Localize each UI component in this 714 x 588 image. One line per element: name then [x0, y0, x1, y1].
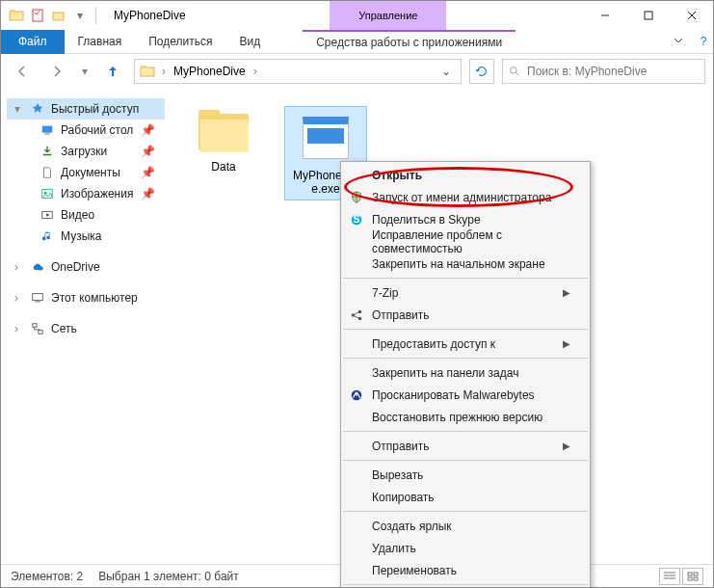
context-menu-item[interactable]: Отправить▶: [341, 435, 590, 457]
minimize-button[interactable]: [583, 1, 626, 30]
up-button[interactable]: [99, 58, 126, 85]
context-menu-label: Запуск от имени администратора: [372, 191, 551, 204]
context-menu-item[interactable]: Закрепить на панели задач: [341, 361, 590, 384]
context-menu-label: Создать ярлык: [372, 520, 452, 533]
breadcrumb[interactable]: MyPhoneDive: [172, 65, 248, 78]
qat-dropdown-icon[interactable]: ▾: [72, 8, 88, 23]
sidebar-item-label: Музыка: [61, 229, 101, 243]
ribbon: Файл Главная Поделиться Вид Средства раб…: [1, 30, 713, 54]
separator: [343, 278, 588, 279]
search-input[interactable]: [527, 65, 699, 78]
qat-newfolder-icon[interactable]: [51, 8, 66, 23]
search-box[interactable]: [502, 59, 705, 84]
view-details-button[interactable]: [659, 568, 680, 585]
context-menu-label: Отправить: [372, 440, 430, 453]
context-menu-item[interactable]: Удалить: [341, 537, 590, 559]
view-icons-button[interactable]: [682, 568, 703, 585]
close-button[interactable]: [670, 1, 713, 30]
chevron-right-icon[interactable]: ›: [251, 65, 259, 78]
svg-point-24: [358, 309, 362, 313]
svg-rect-0: [10, 12, 23, 20]
recent-dropdown[interactable]: ▾: [78, 58, 92, 85]
sidebar-quick-access[interactable]: ▾ Быстрый доступ: [7, 98, 165, 120]
sidebar-onedrive[interactable]: › OneDrive: [7, 256, 165, 278]
sidebar-item[interactable]: Загрузки📌: [7, 141, 165, 162]
svg-rect-5: [645, 12, 652, 19]
status-selection: Выбран 1 элемент: 0 байт: [98, 570, 239, 583]
context-menu-item[interactable]: Создать ярлык: [341, 515, 590, 537]
back-button[interactable]: [9, 58, 36, 85]
network-icon: [30, 321, 45, 336]
context-menu-item[interactable]: Переименовать: [341, 559, 590, 581]
chevron-right-icon[interactable]: ›: [160, 65, 168, 78]
forward-button[interactable]: [43, 58, 70, 85]
item-icon: [40, 228, 55, 244]
chevron-right-icon[interactable]: ›: [14, 291, 24, 305]
svg-line-11: [516, 72, 518, 75]
ribbon-tab-view[interactable]: Вид: [225, 30, 274, 54]
sidebar-item-label: Видео: [61, 208, 94, 222]
context-menu-item[interactable]: Отправить: [341, 304, 590, 326]
context-menu-label: Восстановить прежнюю версию: [372, 411, 542, 424]
chevron-right-icon[interactable]: ›: [14, 322, 24, 335]
svg-rect-31: [694, 573, 698, 575]
chevron-right-icon: ▶: [563, 441, 570, 451]
sidebar-item-label: Изображения: [61, 187, 133, 200]
maximize-button[interactable]: [626, 1, 670, 30]
folder-icon: [9, 8, 24, 23]
context-menu-item[interactable]: 7-Zip▶: [341, 281, 590, 304]
sidebar-item[interactable]: Видео: [7, 204, 165, 226]
sidebar-item-label: Документы: [61, 166, 120, 179]
context-menu-item[interactable]: Запуск от имени администратора: [341, 186, 590, 208]
sidebar-item-label: Быстрый доступ: [51, 102, 139, 116]
sidebar-item[interactable]: Документы📌: [7, 162, 165, 183]
svg-rect-33: [694, 577, 698, 580]
ribbon-tab-share[interactable]: Поделиться: [135, 30, 225, 54]
chevron-down-icon[interactable]: ▾: [14, 102, 24, 116]
sidebar-this-pc[interactable]: › Этот компьютер: [7, 287, 165, 308]
ribbon-tab-home[interactable]: Главная: [65, 30, 136, 54]
separator: [343, 460, 588, 461]
folder-icon: [195, 110, 252, 156]
sidebar-item[interactable]: Музыка: [7, 226, 165, 247]
separator: [343, 329, 588, 330]
svg-point-10: [511, 67, 517, 73]
qat-properties-icon[interactable]: [30, 8, 45, 23]
svg-rect-32: [688, 577, 692, 580]
context-menu-label: Вырезать: [372, 468, 423, 482]
svg-rect-30: [688, 573, 692, 575]
folder-icon: [139, 63, 156, 80]
sidebar-network[interactable]: › Сеть: [7, 318, 165, 339]
context-menu-item[interactable]: Исправление проблем с совместимостью: [341, 230, 590, 253]
context-menu-label: Просканировать Malwarebytes: [372, 388, 535, 402]
context-menu-item[interactable]: Восстановить прежнюю версию: [341, 406, 590, 428]
sidebar-item[interactable]: Изображения📌: [7, 183, 165, 204]
context-menu-item[interactable]: Открыть: [341, 164, 590, 186]
svg-rect-9: [141, 66, 146, 68]
application-icon: [297, 111, 355, 165]
pin-icon: 📌: [141, 145, 155, 158]
address-dropdown[interactable]: ⌄: [436, 65, 457, 78]
context-menu-item[interactable]: Копировать: [341, 486, 590, 508]
separator: [343, 584, 588, 585]
share-icon: [349, 307, 364, 323]
svg-rect-18: [35, 302, 40, 303]
file-tab[interactable]: Файл: [1, 30, 65, 54]
window-title: MyPhoneDive: [106, 9, 194, 22]
shield-icon: [349, 190, 364, 205]
sidebar-item[interactable]: Рабочий стол📌: [7, 120, 165, 141]
context-menu-item[interactable]: Вырезать: [341, 464, 590, 486]
context-menu-item[interactable]: Закрепить на начальном экране: [341, 253, 590, 275]
address-bar[interactable]: › MyPhoneDive › ⌄: [134, 59, 462, 84]
refresh-button[interactable]: [469, 59, 494, 84]
star-icon: [30, 101, 45, 117]
chevron-right-icon[interactable]: ›: [14, 260, 24, 274]
context-menu-item[interactable]: Предоставить доступ к▶: [341, 333, 590, 355]
context-menu-label: Удалить: [372, 542, 416, 555]
context-menu-item[interactable]: Просканировать Malwarebytes: [341, 384, 590, 406]
ribbon-expand-button[interactable]: [663, 35, 694, 49]
item-icon: [40, 207, 55, 223]
help-button[interactable]: ?: [694, 35, 713, 48]
file-item-folder[interactable]: Data: [182, 106, 265, 177]
ribbon-tab-apptools[interactable]: Средства работы с приложениями: [303, 30, 516, 54]
